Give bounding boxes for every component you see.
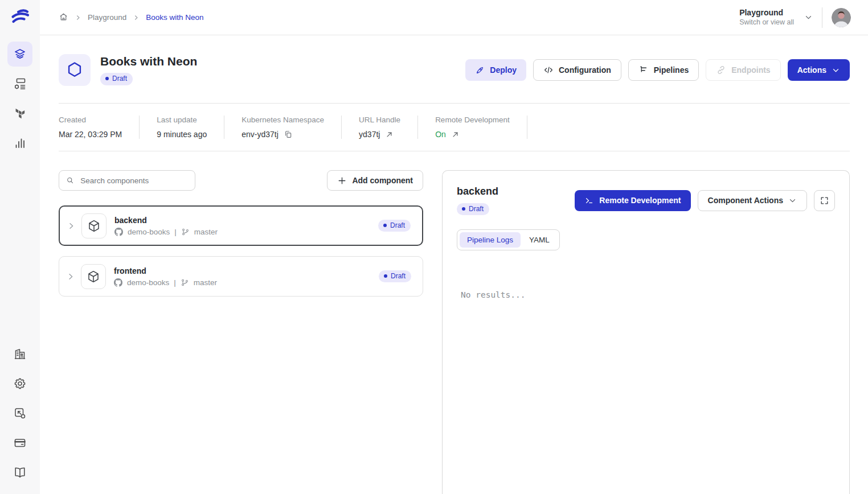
tab-yaml[interactable]: YAML [522, 232, 557, 248]
expand-chevron-icon[interactable] [67, 221, 76, 230]
meta-value: 9 minutes ago [157, 130, 207, 139]
terminal-icon [584, 196, 594, 205]
rocket-icon [475, 65, 485, 75]
remote-development-button[interactable]: Remote Development [575, 190, 690, 211]
search-box [59, 170, 195, 191]
project-header: Books with Neon Draft [59, 54, 850, 86]
component-card-frontend[interactable]: frontend demo-books | [59, 256, 423, 297]
breadcrumb: Playground Books with Neon [59, 12, 204, 23]
sidebar-item-organization[interactable] [7, 341, 32, 367]
sidebar-item-settings[interactable] [7, 371, 32, 396]
project-meta-row: Created Mar 22, 03:29 PM Last update 9 m… [59, 103, 850, 151]
open-url-link[interactable] [385, 130, 394, 139]
separator: | [174, 228, 177, 236]
breadcrumb-home[interactable] [59, 12, 68, 23]
detail-panel-actions: Remote Development Component Actions [575, 190, 835, 211]
deploy-button[interactable]: Deploy [465, 59, 526, 81]
sidebar-item-resources[interactable] [7, 71, 32, 96]
component-actions-button[interactable]: Component Actions [698, 190, 807, 211]
meta-label: Last update [157, 116, 207, 124]
meta-value-on: On [435, 130, 446, 139]
meta-label: Kubernetes Namespace [241, 116, 324, 124]
branch-name: master [194, 228, 218, 236]
sidebar [0, 0, 40, 494]
status-label: Draft [390, 221, 405, 229]
component-detail-panel: backend Draft [442, 170, 850, 494]
deploy-button-label: Deploy [490, 65, 517, 75]
sidebar-item-billing[interactable] [7, 430, 32, 455]
components-toolbar: Add component [59, 170, 423, 191]
fullscreen-icon [820, 196, 829, 205]
status-dot [462, 207, 465, 211]
detail-panel-header: backend Draft [457, 186, 835, 215]
component-name: frontend [114, 266, 217, 275]
status-label: Draft [469, 205, 484, 213]
project-icon [59, 54, 91, 86]
copy-button[interactable] [284, 130, 293, 139]
meta-label: Remote Development [435, 116, 510, 124]
sidebar-item-observability[interactable] [7, 130, 32, 155]
status-dot [383, 224, 387, 227]
hexagon-icon [65, 60, 84, 80]
configuration-button-label: Configuration [559, 65, 611, 75]
meta-value: Mar 22, 03:29 PM [59, 130, 122, 139]
status-label: Draft [391, 272, 406, 280]
meta-url-handle: URL Handle yd37tj [342, 116, 418, 139]
detail-status-badge: Draft [457, 203, 489, 215]
sidebar-item-export[interactable] [7, 401, 32, 426]
pipelines-icon [638, 65, 649, 75]
status-dot [105, 77, 109, 80]
terraform-icon [14, 107, 26, 120]
sidebar-item-documentation[interactable] [7, 460, 32, 485]
component-repo-info: demo-books | [114, 278, 217, 287]
user-avatar[interactable] [832, 8, 851, 27]
sidebar-item-components[interactable] [7, 42, 32, 67]
project-status-badge: Draft [100, 73, 133, 85]
pipelines-button[interactable]: Pipelines [628, 59, 699, 81]
component-status-badge: Draft [379, 270, 411, 282]
external-link-icon [385, 130, 394, 139]
remote-development-label: Remote Development [599, 196, 681, 205]
meta-last-update: Last update 9 minutes ago [140, 116, 224, 139]
open-remote-dev-link[interactable] [451, 130, 460, 139]
org-name: Playground [739, 8, 794, 18]
content-columns: Add component [59, 170, 850, 494]
actions-button-label: Actions [797, 65, 826, 75]
export-icon [13, 406, 27, 420]
book-icon [13, 466, 27, 479]
branch-name: master [194, 278, 217, 287]
actions-button[interactable]: Actions [788, 59, 850, 81]
configuration-button[interactable]: Configuration [533, 59, 621, 81]
choreo-logo[interactable] [9, 6, 31, 28]
github-icon [114, 278, 122, 287]
project-action-buttons: Deploy Configuration [465, 59, 850, 81]
separator: | [174, 278, 176, 287]
topbar-right: Playground Switch or view all [739, 7, 851, 28]
chevron-right-icon [133, 14, 140, 21]
status-dot [384, 274, 387, 278]
expand-chevron-icon[interactable] [66, 272, 75, 281]
org-switcher[interactable]: Playground Switch or view all [739, 8, 813, 27]
component-card-backend[interactable]: backend demo-books | [59, 205, 423, 246]
search-input[interactable] [79, 176, 188, 186]
meta-label: Created [59, 116, 122, 124]
add-component-button[interactable]: Add component [327, 170, 423, 191]
page-content: Books with Neon Draft [40, 35, 868, 494]
component-card-text: backend demo-books | [114, 216, 218, 236]
git-branch-icon [181, 278, 189, 287]
component-repo-info: demo-books | [114, 228, 218, 236]
fullscreen-button[interactable] [814, 190, 835, 211]
meta-created: Created Mar 22, 03:29 PM [59, 116, 140, 139]
meta-kubernetes-namespace: Kubernetes Namespace env-yd37tj [224, 116, 342, 139]
component-card-text: frontend demo-books | [114, 266, 217, 287]
copy-icon [284, 130, 293, 139]
app-root: Playground Books with Neon Playground Sw… [0, 0, 868, 494]
status-label: Draft [112, 75, 127, 83]
avatar-photo [832, 8, 851, 27]
sidebar-item-terraform[interactable] [7, 101, 32, 126]
repo-name: demo-books [127, 278, 169, 287]
bar-chart-icon [13, 136, 27, 150]
breadcrumb-playground[interactable]: Playground [88, 13, 126, 22]
tab-pipeline-logs[interactable]: Pipeline Logs [460, 232, 521, 248]
components-column: Add component [59, 170, 423, 494]
